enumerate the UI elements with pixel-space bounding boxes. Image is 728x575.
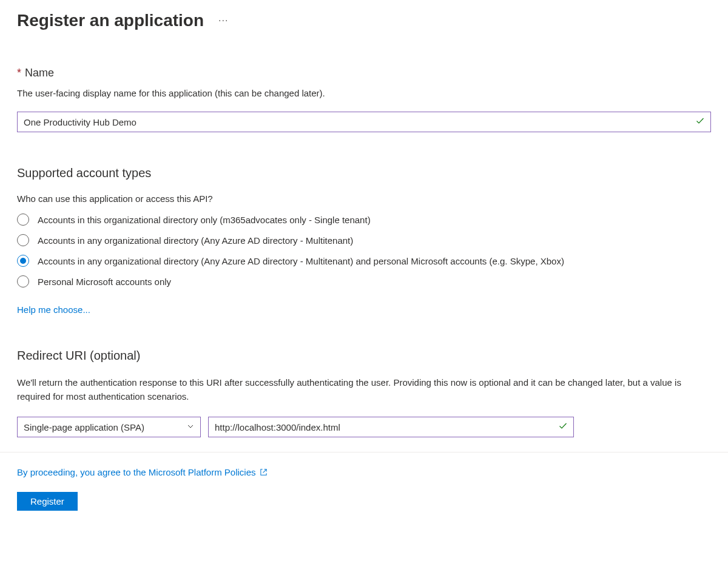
name-field-label: * Name (17, 67, 711, 79)
chevron-down-icon (187, 422, 194, 432)
account-type-option-3[interactable]: Personal Microsoft accounts only (17, 275, 711, 288)
help-me-choose-link[interactable]: Help me choose... (17, 304, 90, 315)
account-types-heading: Supported account types (17, 166, 711, 180)
name-field-description: The user-facing display name for this ap… (17, 88, 711, 98)
account-types-radio-group: Accounts in this organizational director… (17, 214, 711, 288)
register-button[interactable]: Register (17, 492, 78, 511)
radio-label: Personal Microsoft accounts only (38, 277, 171, 287)
name-label-text: Name (25, 67, 54, 79)
required-indicator: * (17, 67, 21, 79)
radio-icon (17, 255, 29, 267)
external-link-icon (260, 468, 268, 476)
platform-select[interactable]: Single-page application (SPA) (17, 417, 201, 437)
account-type-option-2[interactable]: Accounts in any organizational directory… (17, 255, 711, 267)
radio-icon (17, 214, 29, 226)
platform-select-value: Single-page application (SPA) (24, 422, 144, 432)
radio-icon (17, 234, 29, 246)
radio-label: Accounts in any organizational directory… (38, 256, 564, 266)
redirect-uri-description: We'll return the authentication response… (17, 376, 709, 403)
redirect-uri-input[interactable] (208, 417, 574, 437)
footer-divider (0, 452, 728, 452)
account-type-option-0[interactable]: Accounts in this organizational director… (17, 214, 711, 226)
page-title: Register an application (17, 11, 204, 30)
radio-label: Accounts in any organizational directory… (38, 235, 353, 246)
radio-label: Accounts in this organizational director… (38, 215, 371, 225)
account-type-option-1[interactable]: Accounts in any organizational directory… (17, 234, 711, 246)
more-icon[interactable]: ··· (218, 15, 228, 26)
radio-icon (17, 275, 29, 288)
account-types-question: Who can use this application or access t… (17, 193, 711, 204)
redirect-uri-heading: Redirect URI (optional) (17, 349, 711, 363)
name-input[interactable] (17, 112, 711, 132)
platform-policies-link[interactable]: By proceeding, you agree to the Microsof… (17, 467, 256, 477)
